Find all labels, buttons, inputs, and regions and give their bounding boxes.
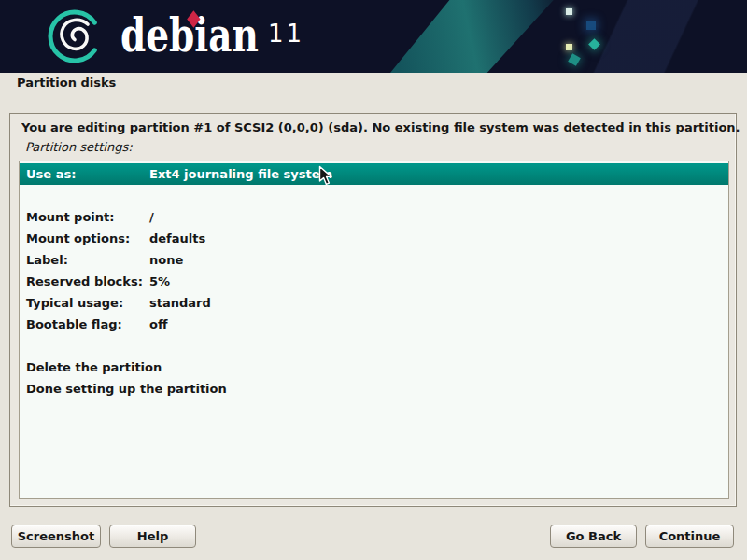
list-item-label[interactable]: Label:none bbox=[20, 249, 728, 271]
list-item-bootable-flag[interactable]: Bootable flag:off bbox=[20, 314, 728, 335]
partition-settings-list: Use as:Ext4 journaling file system Mount… bbox=[19, 161, 729, 499]
debian-wordmark: debian bbox=[120, 9, 259, 63]
banner-teal-polygon bbox=[390, 0, 570, 73]
version-text: 11 bbox=[268, 20, 304, 48]
help-button[interactable]: Help bbox=[109, 525, 196, 548]
banner-sparkle-square bbox=[566, 8, 572, 15]
list-item-typical-usage[interactable]: Typical usage:standard bbox=[20, 292, 728, 314]
list-item-empty bbox=[20, 335, 728, 357]
banner-sparkle-square bbox=[566, 44, 572, 50]
banner-diagonal-band bbox=[560, 0, 747, 73]
debian-swirl-logo bbox=[41, 2, 112, 71]
partition-dialog: You are editing partition #1 of SCSI2 (0… bbox=[9, 113, 737, 507]
installer-banner: debian 11 bbox=[0, 0, 747, 73]
list-item-done-setting-up[interactable]: Done setting up the partition bbox=[20, 378, 728, 399]
dialog-message: You are editing partition #1 of SCSI2 (0… bbox=[21, 120, 740, 134]
list-item-mount-options[interactable]: Mount options:defaults bbox=[20, 228, 728, 249]
settings-caption: Partition settings: bbox=[25, 140, 133, 154]
page-title: Partition disks bbox=[17, 76, 116, 90]
list-item-mount-point[interactable]: Mount point:/ bbox=[20, 206, 728, 228]
go-back-button[interactable]: Go Back bbox=[550, 525, 637, 548]
list-item-reserved-blocks[interactable]: Reserved blocks:5% bbox=[20, 271, 728, 292]
screenshot-button[interactable]: Screenshot bbox=[11, 525, 101, 548]
list-item-use-as[interactable]: Use as:Ext4 journaling file system bbox=[20, 163, 728, 185]
list-item-empty bbox=[20, 185, 728, 206]
list-item-delete-partition[interactable]: Delete the partition bbox=[20, 357, 728, 378]
continue-button[interactable]: Continue bbox=[645, 525, 734, 548]
banner-sparkle-square bbox=[586, 21, 596, 30]
mouse-cursor-icon bbox=[318, 165, 334, 187]
